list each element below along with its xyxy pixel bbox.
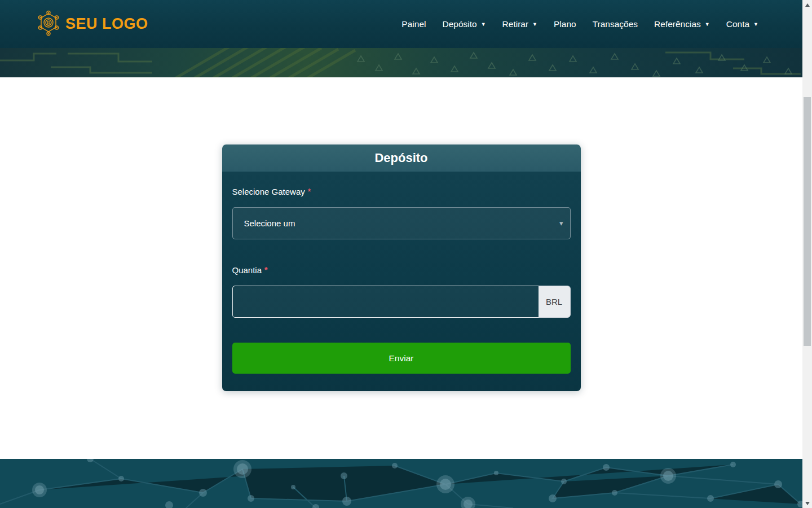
amount-input[interactable] [232,286,539,318]
card-title: Depósito [374,151,427,165]
currency-addon: BRL [539,286,571,318]
gateway-select[interactable]: Selecione um [232,207,571,239]
top-navbar: SEU LOGO Painel Depósito ▼ Retirar ▼ Pla… [0,0,802,48]
main-content: Depósito Selecione Gateway * Selecione u… [0,77,802,459]
circuit-pattern [0,48,802,77]
deposit-card: Depósito Selecione Gateway * Selecione u… [222,144,581,391]
nav-item-transacoes[interactable]: Transações [593,19,638,29]
nav-item-referencias[interactable]: Referências ▼ [654,19,710,29]
deposit-card-body: Selecione Gateway * Selecione um ▾ Quant… [222,172,581,391]
nav-item-label: Referências [654,19,701,29]
footer [0,459,802,508]
amount-label: Quantia * [232,265,571,275]
amount-input-group: BRL [232,286,571,318]
gateway-select-wrap: Selecione um ▾ [232,207,571,239]
nav-item-painel[interactable]: Painel [401,19,426,29]
caret-down-icon: ▼ [705,21,710,27]
nav-item-label: Plano [554,19,576,29]
nav-item-label: Painel [401,19,426,29]
nav-item-conta[interactable]: Conta ▼ [726,19,758,29]
deposit-card-header: Depósito [222,144,581,172]
scrollbar-thumb[interactable] [804,97,811,346]
vertical-scrollbar[interactable] [802,0,812,508]
footer-network-image [0,459,802,508]
nav-item-label: Depósito [442,19,476,29]
caret-down-icon: ▼ [753,21,758,27]
coin-network-icon [37,10,60,38]
gateway-label: Selecione Gateway * [232,187,571,196]
nav-item-retirar[interactable]: Retirar ▼ [502,19,537,29]
main-nav: Painel Depósito ▼ Retirar ▼ Plano Transa… [401,19,758,29]
brand-logo[interactable]: SEU LOGO [37,10,148,38]
hero-banner-image [0,48,802,77]
nav-item-label: Transações [593,19,638,29]
nav-item-label: Retirar [502,19,529,29]
scroll-down-arrow-icon[interactable] [802,498,812,508]
required-marker: * [308,187,311,196]
caret-down-icon: ▼ [532,21,537,27]
page-viewport: SEU LOGO Painel Depósito ▼ Retirar ▼ Pla… [0,0,802,508]
nav-item-label: Conta [726,19,749,29]
submit-button[interactable]: Enviar [232,343,571,374]
brand-name: SEU LOGO [65,15,148,33]
page: SEU LOGO Painel Depósito ▼ Retirar ▼ Pla… [0,0,812,508]
nav-item-deposito[interactable]: Depósito ▼ [442,19,486,29]
scroll-up-arrow-icon[interactable] [802,0,812,10]
required-marker: * [264,265,267,274]
nav-item-plano[interactable]: Plano [554,19,576,29]
caret-down-icon: ▼ [481,21,486,27]
